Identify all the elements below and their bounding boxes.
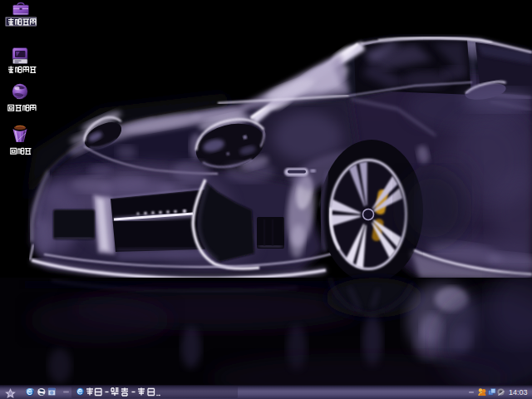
svg-text:14:03: 14:03: [509, 388, 528, 397]
